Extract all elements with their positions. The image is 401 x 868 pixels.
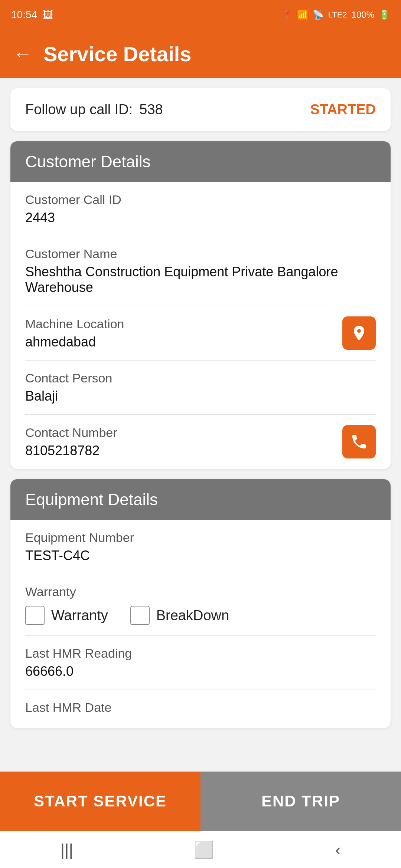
customer-name-label: Customer Name — [25, 247, 376, 261]
warranty-row: Warranty Warranty BreakDown — [25, 574, 376, 636]
location-pin-icon — [350, 324, 368, 342]
hmr-reading-value: 66666.0 — [25, 664, 376, 679]
contact-number-value: 8105218782 — [25, 443, 342, 458]
equipment-number-label: Equipment Number — [25, 530, 376, 545]
warranty-checkbox-label: Warranty — [51, 608, 108, 624]
hmr-reading-label: Last HMR Reading — [25, 646, 376, 661]
breakdown-checkbox-label: BreakDown — [156, 608, 229, 624]
battery-display: 100% — [352, 10, 374, 20]
start-service-button[interactable]: START SERVICE — [0, 772, 200, 831]
followup-left: Follow up call ID: 538 — [25, 102, 163, 118]
equipment-details-body: Equipment Number TEST-C4C Warranty Warra… — [10, 520, 391, 728]
hmr-reading-row: Last HMR Reading 66666.0 — [25, 636, 376, 690]
customer-name-value: Sheshtha Construction Equipment Private … — [25, 264, 376, 295]
machine-location-inner: Machine Location ahmedabad — [25, 316, 376, 350]
gallery-icon: 🖼 — [43, 9, 53, 21]
bottom-buttons: START SERVICE END TRIP — [0, 772, 401, 831]
battery-icon: 🔋 — [379, 10, 390, 20]
main-content: Follow up call ID: 538 STARTED Customer … — [0, 78, 401, 772]
breakdown-checkbox[interactable] — [130, 606, 150, 625]
contact-person-label: Contact Person — [25, 371, 376, 385]
followup-label: Follow up call ID: — [25, 102, 133, 118]
nav-home-icon[interactable]: ⬜ — [194, 840, 214, 859]
status-left: 10:54 🖼 — [11, 9, 53, 21]
contact-number-label: Contact Number — [25, 425, 342, 440]
signal-icon: 📡 — [313, 10, 324, 20]
app-header: ← Service Details — [0, 30, 401, 78]
status-bar: 10:54 🖼 📍 📶 📡 LTE2 100% 🔋 — [0, 0, 401, 30]
wifi-icon: 📶 — [297, 10, 308, 20]
customer-details-header: Customer Details — [10, 141, 391, 182]
warranty-checkbox[interactable] — [25, 606, 45, 625]
contact-person-row: Contact Person Balaji — [25, 361, 376, 415]
lte-icon: LTE2 — [328, 10, 347, 20]
customer-call-id-value: 2443 — [25, 210, 376, 226]
time-display: 10:54 — [11, 9, 37, 21]
page-title: Service Details — [43, 42, 191, 66]
contact-number-row: Contact Number 8105218782 — [25, 415, 376, 469]
equipment-details-card: Equipment Details Equipment Number TEST-… — [10, 479, 391, 728]
contact-person-value: Balaji — [25, 388, 376, 404]
status-right: 📍 📶 📡 LTE2 100% 🔋 — [281, 10, 390, 20]
followup-id: 538 — [139, 102, 163, 118]
status-badge: STARTED — [310, 102, 376, 118]
end-trip-button[interactable]: END TRIP — [200, 772, 401, 831]
customer-details-card: Customer Details Customer Call ID 2443 C… — [10, 141, 391, 469]
equipment-details-header: Equipment Details — [10, 479, 391, 520]
back-button[interactable]: ← — [13, 43, 32, 65]
machine-location-text: Machine Location ahmedabad — [25, 317, 342, 350]
phone-button[interactable] — [342, 425, 376, 458]
nav-menu-icon[interactable]: ||| — [61, 841, 73, 859]
hmr-date-row: Last HMR Date — [25, 690, 376, 728]
equipment-number-row: Equipment Number TEST-C4C — [25, 520, 376, 574]
hmr-date-label: Last HMR Date — [25, 700, 376, 715]
location-status-icon: 📍 — [281, 10, 293, 20]
contact-number-text: Contact Number 8105218782 — [25, 425, 342, 458]
breakdown-checkbox-item[interactable]: BreakDown — [130, 606, 229, 625]
warranty-checkbox-item[interactable]: Warranty — [25, 606, 108, 625]
equipment-details-title: Equipment Details — [25, 490, 158, 509]
nav-back-icon[interactable]: ‹ — [335, 841, 341, 859]
checkbox-group: Warranty BreakDown — [25, 606, 376, 625]
followup-card: Follow up call ID: 538 STARTED — [10, 88, 391, 131]
contact-number-inner: Contact Number 8105218782 — [25, 425, 376, 458]
customer-call-id-row: Customer Call ID 2443 — [25, 182, 376, 236]
machine-location-value: ahmedabad — [25, 334, 342, 350]
location-button[interactable] — [342, 316, 376, 350]
customer-call-id-label: Customer Call ID — [25, 193, 376, 207]
warranty-label: Warranty — [25, 585, 376, 599]
machine-location-label: Machine Location — [25, 317, 342, 331]
customer-details-title: Customer Details — [25, 152, 150, 171]
phone-icon — [350, 433, 368, 451]
customer-name-row: Customer Name Sheshtha Construction Equi… — [25, 236, 376, 306]
nav-bar: ||| ⬜ ‹ — [0, 831, 401, 868]
customer-details-body: Customer Call ID 2443 Customer Name Shes… — [10, 182, 391, 469]
equipment-number-value: TEST-C4C — [25, 548, 376, 563]
machine-location-row: Machine Location ahmedabad — [25, 306, 376, 361]
